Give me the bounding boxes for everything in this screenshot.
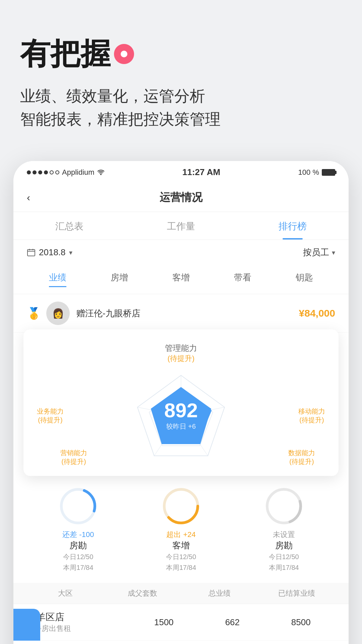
table-col-2: 成父套数 [104, 588, 181, 598]
table-col-4: 已结算业绩 [258, 588, 335, 598]
radar-label-top: 管理能力 [165, 343, 197, 353]
status-bar: Applidium 11:27 AM 100 % [13, 161, 349, 183]
table-cell-1: 1500 [130, 617, 198, 628]
radar-label-top-sub: (待提升) [168, 354, 195, 363]
sub-tab-client[interactable]: 客增 [172, 272, 190, 287]
sub-tab-performance[interactable]: 业绩 [49, 272, 66, 287]
radar-container: 业务能力 (待提升) 移动能力 (待提升) [34, 365, 328, 466]
filter-row: 2018.8 ▾ 按员工 ▾ [13, 240, 349, 265]
carrier-label: Applidium [62, 168, 95, 177]
hero-title-text: 有把握 [20, 34, 111, 74]
phone-mockup: Applidium 11:27 AM 100 % ‹ 运营情况 汇总表 工作量 … [13, 161, 349, 644]
phone-screen: Applidium 11:27 AM 100 % ‹ 运营情况 汇总表 工作量 … [13, 161, 349, 644]
status-left: Applidium [27, 168, 105, 177]
progress-circle-1 [58, 486, 98, 526]
progress-circle-2 [161, 486, 201, 526]
table-col-3: 总业绩 [181, 588, 258, 598]
avatar-1: 👩 [46, 302, 70, 325]
type-chevron: ▾ [332, 249, 335, 257]
ranking-row-1[interactable]: 🥇 👩 赠汪伦-九眼桥店 ¥84,000 [13, 294, 349, 333]
radar-label-left: 业务能力 (待提升) [37, 407, 64, 424]
table-col-1: 大区 [27, 588, 104, 598]
progress-main-3: 房勘 [269, 540, 299, 551]
radar-label-right: 移动能力 (待提升) [298, 407, 325, 424]
progress-status-2: 超出 +24 [166, 530, 196, 540]
radar-card: 管理能力 (待提升) 业务能力 (待提升) 移动能力 (待提升) [23, 329, 339, 476]
tab-summary[interactable]: 汇总表 [13, 212, 125, 239]
progress-sub-3: 今日12/50 本周17/84 [269, 551, 299, 573]
brand-icon [114, 44, 134, 64]
filter-type[interactable]: 按员工 ▾ [303, 247, 335, 258]
progress-section: 还差 -100 房勘 今日12/50 本周17/84 超 [13, 476, 349, 583]
progress-circle-3 [264, 486, 304, 526]
nav-bar: ‹ 运营情况 [13, 183, 349, 212]
nav-title: 运营情况 [160, 190, 202, 205]
progress-sub-2: 今日12/50 本周17/84 [166, 551, 196, 573]
tab-workload[interactable]: 工作量 [125, 212, 237, 239]
progress-status-3: 未设置 [269, 530, 299, 540]
status-time: 11:27 AM [182, 167, 220, 177]
signal-dots [27, 170, 59, 174]
ranking-amount-1: ¥84,000 [299, 308, 335, 319]
score-number: 892 [164, 400, 198, 421]
table-header: 大区 成父套数 总业绩 已结算业绩 [13, 583, 349, 604]
back-button[interactable]: ‹ [27, 192, 30, 203]
table-row-1[interactable]: 青羊区店 二手房出售租 1500 662 8500 [13, 604, 349, 641]
hero-title: 有把握 [20, 34, 342, 74]
progress-main-1: 房勘 [62, 540, 94, 551]
hero-subtitle-line1: 业绩、绩效量化，运管分析 [20, 85, 342, 108]
radar-label-bottom-right: 数据能力 (待提升) [288, 448, 315, 466]
store-name: 青羊区店 [27, 611, 130, 624]
progress-main-2: 客增 [166, 540, 196, 551]
sub-tab-key[interactable]: 钥匙 [296, 272, 313, 287]
svg-rect-0 [27, 250, 35, 256]
status-right: 100 % [298, 168, 335, 177]
date-chevron: ▾ [69, 249, 72, 257]
hero-section: 有把握 业绩、绩效量化，运管分析 智能报表，精准把控决策管理 [0, 0, 362, 151]
sub-tab-house[interactable]: 房增 [111, 272, 128, 287]
table-cell-2: 662 [198, 617, 266, 628]
progress-status-1: 还差 -100 [62, 530, 94, 540]
hero-subtitle-line2: 智能报表，精准把控决策管理 [20, 108, 342, 131]
sub-tabs: 业绩 房增 客增 带看 钥匙 [13, 265, 349, 294]
ranking-row-bottom[interactable]: 8 👨 蒲向阳-春熙路店 ¥45,600 [13, 641, 349, 644]
store-type: 二手房出售租 [27, 624, 130, 634]
rank-badge-1: 🥇 [27, 307, 41, 320]
score-sub: 较昨日 +6 [166, 422, 196, 431]
battery-icon [322, 169, 335, 176]
progress-item-3: 未设置 房勘 今日12/50 本周17/84 [264, 486, 304, 573]
radar-label-bottom-left: 营销能力 (待提升) [60, 448, 87, 466]
sub-tab-visit[interactable]: 带看 [234, 272, 251, 287]
tabs-row: 汇总表 工作量 排行榜 [13, 212, 349, 240]
date-label: 2018.8 [39, 247, 66, 258]
tab-ranking[interactable]: 排行榜 [237, 212, 349, 239]
calendar-icon [27, 248, 36, 257]
battery-label: 100 % [298, 168, 319, 177]
medal-icon: 🥇 [27, 307, 41, 320]
store-info: 青羊区店 二手房出售租 [27, 611, 130, 634]
wifi-icon [97, 170, 105, 175]
hero-subtitle: 业绩、绩效量化，运管分析 智能报表，精准把控决策管理 [20, 85, 342, 131]
pentagon-chart: 892 较昨日 +6 [134, 372, 228, 459]
progress-item-2: 超出 +24 客增 今日12/50 本周17/84 [161, 486, 201, 573]
filter-date[interactable]: 2018.8 ▾ [27, 247, 72, 258]
progress-item-1: 还差 -100 房勘 今日12/50 本周17/84 [58, 486, 98, 573]
type-label: 按员工 [303, 247, 329, 258]
blue-decoration [13, 609, 40, 644]
table-cell-3: 8500 [267, 617, 335, 628]
person-name-1: 赠汪伦-九眼桥店 [76, 308, 299, 319]
progress-sub-1: 今日12/50 本周17/84 [62, 551, 94, 573]
